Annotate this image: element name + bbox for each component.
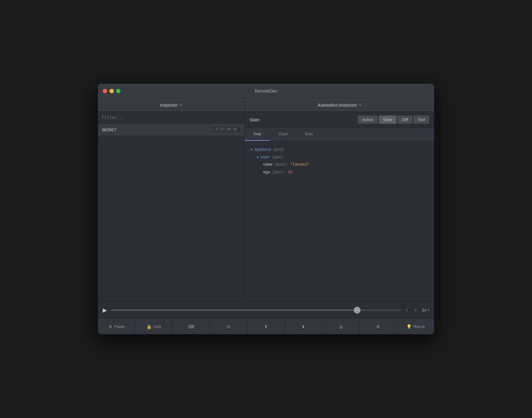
lock-icon: 🔒 [146, 324, 152, 329]
inspector-label: Inspector [160, 103, 178, 108]
collapse-arrow-icon: ▼ [251, 147, 253, 153]
app-window: RemoteDev Inspector ▾ Autoselect instanc… [98, 84, 434, 334]
tree-key: age [263, 169, 270, 176]
subtab-chart[interactable]: Chart [270, 128, 297, 141]
close-button[interactable] [103, 89, 107, 93]
tree-value: 33 [288, 169, 293, 176]
header-row: Inspector ▾ Autoselect instances ▾ [98, 98, 434, 112]
keyboard-button[interactable]: ⌨ [173, 319, 210, 334]
instances-label: Autoselect instances [318, 103, 357, 108]
tree-node-name[interactable]: name (pin): "tanaka" [251, 161, 428, 169]
maximize-button[interactable] [116, 89, 120, 93]
pause-button[interactable]: ⏸ Pause [98, 319, 135, 334]
prev-icon: ‹ [406, 307, 408, 313]
gear-icon: ⚙ [376, 324, 380, 329]
sub-tabs: Tree Chart Raw [245, 128, 434, 141]
traffic-lights [103, 89, 120, 93]
action-time: 6:27:20.91 [213, 127, 240, 132]
subtab-tree[interactable]: Tree [245, 128, 270, 141]
tree-pin: (pin) [271, 146, 284, 153]
speed-button[interactable]: 1x ▾ [422, 308, 429, 312]
right-panel: State Action State Diff Test Tree Chart … [245, 112, 434, 301]
playbar: ▶ ‹ › 1x ▾ [98, 301, 434, 318]
scrubber-fill [111, 310, 357, 311]
record-icon: ⊘ [227, 324, 231, 329]
tree-node-appdata[interactable]: ▼ appData (pin) [251, 146, 428, 154]
lock-label: Lock [153, 324, 161, 329]
titlebar: RemoteDev [98, 84, 434, 98]
main-content: @@INIT 6:27:20.91 State Action State Dif… [98, 112, 434, 301]
tree-pin: (pin): [270, 169, 288, 176]
toolbar: ⏸ Pause 🔒 Lock ⌨ ⊘ ⬆ ⬇ 🖨 ⚙ 💡 How to [98, 318, 434, 334]
tree-node-user[interactable]: ▼ user (pin) [251, 154, 428, 161]
state-label: State [249, 117, 260, 122]
pause-icon: ⏸ [108, 324, 113, 329]
tree-key: user [260, 154, 270, 161]
tab-action[interactable]: Action [358, 116, 377, 124]
howto-label: How to [413, 324, 425, 329]
print-icon: 🖨 [339, 324, 343, 329]
action-list: @@INIT 6:27:20.91 [98, 124, 244, 301]
next-button[interactable]: › [413, 307, 418, 313]
tab-diff[interactable]: Diff [398, 116, 412, 124]
prev-button[interactable]: ‹ [405, 307, 409, 313]
tree-pin: (pin) [270, 154, 283, 161]
bulb-icon: 💡 [406, 324, 412, 329]
instances-chevron-icon: ▾ [359, 103, 361, 107]
tree-value: "tanaka" [290, 161, 309, 169]
download-icon: ⬇ [301, 324, 305, 329]
download-button[interactable]: ⬇ [285, 319, 322, 334]
filter-input[interactable] [102, 115, 241, 120]
inspector-header[interactable]: Inspector ▾ [98, 98, 245, 112]
state-header: State Action State Diff Test [245, 112, 434, 128]
keyboard-icon: ⌨ [188, 324, 194, 329]
instances-header[interactable]: Autoselect instances ▾ [245, 98, 434, 112]
pause-label: Pause [114, 324, 125, 329]
scrubber-thumb[interactable] [354, 307, 360, 314]
minimize-button[interactable] [109, 89, 114, 93]
tree-key: name [263, 161, 272, 169]
filter-bar [98, 112, 244, 124]
left-panel: @@INIT 6:27:20.91 [98, 112, 245, 301]
print-button[interactable]: 🖨 [322, 319, 360, 334]
settings-button[interactable]: ⚙ [360, 319, 397, 334]
next-icon: › [415, 307, 416, 313]
speed-label: 1x [422, 308, 426, 312]
upload-icon: ⬆ [264, 324, 268, 329]
tree-node-age[interactable]: age (pin): 33 [251, 169, 428, 176]
howto-button[interactable]: 💡 How to [397, 319, 434, 334]
record-button[interactable]: ⊘ [210, 319, 247, 334]
collapse-arrow-icon: ▼ [257, 155, 259, 160]
action-name: @@INIT [102, 127, 116, 132]
tab-buttons: Action State Diff Test [358, 116, 429, 124]
window-title: RemoteDev [255, 89, 277, 94]
list-item[interactable]: @@INIT 6:27:20.91 [98, 124, 244, 136]
play-icon: ▶ [103, 307, 107, 314]
play-button[interactable]: ▶ [103, 307, 107, 314]
upload-button[interactable]: ⬆ [247, 319, 285, 334]
tab-test[interactable]: Test [413, 116, 429, 124]
subtab-raw[interactable]: Raw [297, 128, 322, 141]
speed-chevron-icon: ▾ [427, 308, 429, 312]
scrubber-track[interactable] [111, 310, 401, 311]
lock-button[interactable]: 🔒 Lock [135, 319, 172, 334]
inspector-chevron-icon: ▾ [180, 103, 182, 107]
tab-state[interactable]: State [379, 116, 397, 124]
tree-key: appData [254, 146, 271, 154]
state-tree: ▼ appData (pin) ▼ user (pin) name (pin):… [245, 141, 434, 301]
tree-pin: (pin): [272, 161, 290, 168]
